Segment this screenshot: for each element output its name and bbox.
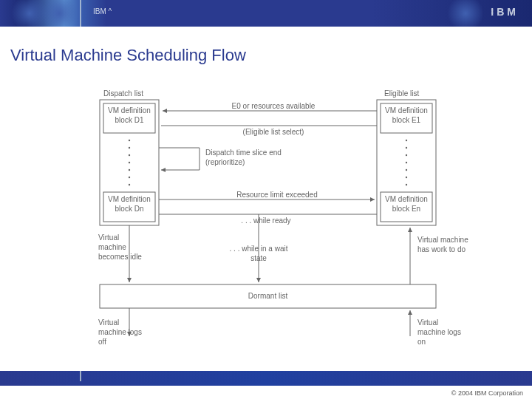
svg-point-13 (129, 184, 130, 185)
svg-point-14 (406, 140, 407, 141)
logs-off-label: Virtual machine logs off (98, 318, 144, 347)
e0-label: E0 or resources available (207, 101, 340, 111)
svg-point-7 (129, 140, 130, 141)
svg-point-8 (129, 147, 130, 149)
svg-point-12 (129, 177, 130, 178)
svg-point-16 (406, 154, 407, 156)
logs-on-label: Virtual machine logs on (417, 318, 463, 347)
while-ready-label: . . . while ready (222, 216, 310, 225)
resource-limit-label: Resource limit exceeded (222, 190, 332, 200)
footer-bar (0, 371, 532, 386)
dispatch-block-first: VM definition block D1 (105, 106, 154, 125)
has-work-label: Virtual machine has work to do (417, 235, 469, 254)
dispatch-block-last: VM definition block Dn (105, 194, 154, 214)
svg-point-10 (129, 162, 130, 163)
svg-point-18 (406, 169, 407, 171)
svg-point-20 (406, 184, 407, 185)
dormant-list-label: Dormant list (100, 291, 436, 301)
eligible-block-last: VM definition block En (382, 194, 431, 214)
svg-point-15 (406, 147, 407, 149)
becomes-idle-label: Virtual machine becomes idle (98, 233, 144, 262)
svg-point-17 (406, 162, 407, 163)
wait-state-label: . . . while in a wait state (222, 244, 296, 263)
svg-point-9 (129, 154, 130, 156)
footer-divider (80, 371, 81, 381)
eligible-select-label: (Eligible list select) (207, 127, 340, 137)
timeslice-label: Dispatch time slice end (reprioritize) (205, 148, 309, 167)
copyright: © 2004 IBM Corporation (451, 389, 523, 397)
eligible-block-first: VM definition block E1 (382, 106, 431, 125)
eligible-list-title: Eligible list (384, 89, 419, 98)
dispatch-list-title: Dispatch list (103, 89, 143, 98)
svg-point-11 (129, 169, 130, 171)
svg-point-19 (406, 177, 407, 178)
